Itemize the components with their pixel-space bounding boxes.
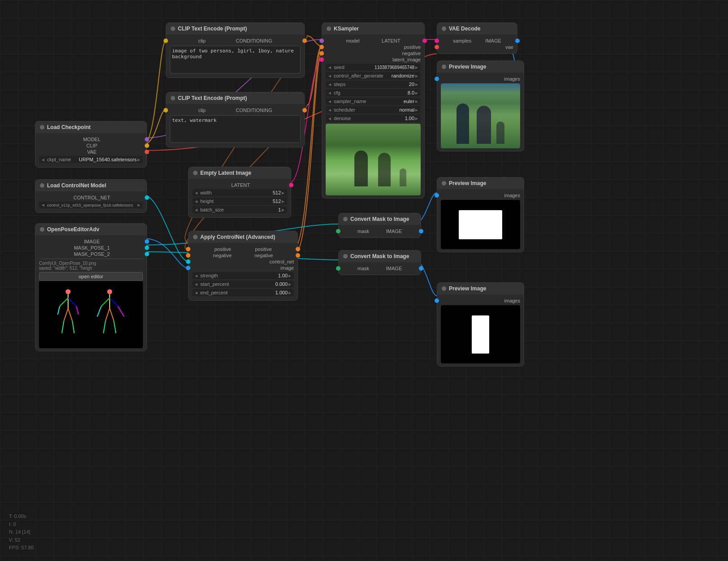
vae-image-out-port[interactable]: [515, 39, 520, 43]
width-field[interactable]: ◄ width 512 ►: [192, 189, 287, 196]
seed-arrow-left[interactable]: ◄: [327, 65, 332, 70]
load-checkpoint-body: MODEL CLIP VAE ◄ ckpt_name URPM_15640.sa…: [35, 133, 146, 167]
preview-2-images-port[interactable]: [435, 193, 439, 198]
cfg-arrow-right[interactable]: ►: [414, 91, 419, 95]
open-editor-button[interactable]: open editor: [39, 272, 143, 281]
preview-1-images-port[interactable]: [435, 77, 439, 81]
ep-label: end_percent: [198, 290, 270, 295]
steps-field[interactable]: ◄ steps 20 ►: [326, 81, 421, 88]
batch-size-field[interactable]: ◄ batch_size 1 ►: [192, 206, 287, 213]
ksampler-latent-in-port[interactable]: [319, 57, 324, 62]
cn-arrow-right[interactable]: ►: [137, 203, 141, 207]
den-arrow-left[interactable]: ◄: [327, 116, 332, 121]
sampler-name-field[interactable]: ◄ sampler_name euler ►: [326, 98, 421, 105]
ep-arrow-left[interactable]: ◄: [194, 290, 198, 295]
ksampler-neg-port[interactable]: [319, 51, 324, 56]
preview-3-images-port[interactable]: [435, 298, 439, 303]
ep-arrow-right[interactable]: ►: [288, 290, 292, 295]
ksampler-pos-port[interactable]: [319, 45, 324, 49]
vae-output-port[interactable]: [145, 150, 149, 154]
bs-arrow-left[interactable]: ◄: [194, 207, 198, 212]
denoise-field[interactable]: ◄ denoise 1.00 ►: [326, 115, 421, 122]
ca-arrow-right[interactable]: ►: [414, 73, 419, 78]
den-arrow-right[interactable]: ►: [414, 116, 419, 121]
ckpt-name-field[interactable]: ◄ ckpt_name URPM_15640.safetensors ►: [39, 156, 143, 163]
openpose-mask2-port[interactable]: [145, 252, 149, 256]
cm1-image-out-port[interactable]: [419, 229, 423, 233]
svg-line-4: [58, 306, 60, 315]
strength-field[interactable]: ◄ strength 1.00 ►: [192, 272, 294, 279]
ckpt-arrow-left[interactable]: ◄: [41, 157, 45, 162]
svg-line-5: [77, 306, 79, 315]
acn-pos-out-port[interactable]: [296, 247, 300, 251]
cm2-image-out-port[interactable]: [419, 266, 423, 271]
openpose-mask1-port[interactable]: [145, 246, 149, 250]
openpose-image-out-port[interactable]: [145, 239, 149, 244]
sch-arrow-right[interactable]: ►: [414, 108, 419, 112]
acn-neg-out-port[interactable]: [296, 253, 300, 258]
cfg-arrow-left[interactable]: ◄: [327, 91, 332, 95]
str-arrow-right[interactable]: ►: [288, 273, 292, 278]
ckpt-arrow-right[interactable]: ►: [137, 157, 141, 162]
conditioning-neg-output-port[interactable]: [302, 108, 307, 112]
sp-arrow-right[interactable]: ►: [288, 282, 292, 287]
width-arrow-left[interactable]: ◄: [194, 190, 198, 195]
control-net-output-port[interactable]: [145, 195, 149, 200]
steps-value: 20: [396, 82, 414, 87]
bs-arrow-right[interactable]: ►: [281, 207, 285, 212]
conditioning-output-port[interactable]: [302, 39, 307, 43]
clip-input-port[interactable]: [164, 39, 168, 43]
str-arrow-left[interactable]: ◄: [194, 273, 198, 278]
sch-arrow-left[interactable]: ◄: [327, 108, 332, 112]
preview-image-2-node: Preview Image images: [437, 177, 524, 252]
vae-vae-port[interactable]: [435, 45, 439, 49]
cfg-field[interactable]: ◄ cfg 8.0 ►: [326, 89, 421, 96]
height-arrow-left[interactable]: ◄: [194, 199, 198, 204]
height-label: height: [198, 199, 263, 204]
control-after-field[interactable]: ◄ control_after_generate randomize ►: [326, 72, 421, 79]
scheduler-field[interactable]: ◄ scheduler normal ►: [326, 106, 421, 113]
sn-arrow-left[interactable]: ◄: [327, 99, 332, 104]
empty-latent-dot: [193, 171, 198, 175]
seed-arrow-right[interactable]: ►: [414, 65, 419, 70]
preview-image-3-node: Preview Image images: [437, 282, 524, 367]
preview-1-images-label: images: [504, 76, 520, 82]
height-field[interactable]: ◄ height 512 ►: [192, 198, 287, 205]
control-net-output-label: CONTROL_NET: [73, 195, 110, 200]
width-arrow-right[interactable]: ►: [281, 190, 285, 195]
cn-arrow-left[interactable]: ◄: [41, 203, 45, 207]
acn-cn-label: control_net: [270, 259, 294, 264]
steps-arrow-right[interactable]: ►: [414, 82, 419, 87]
openpose-dot: [40, 227, 44, 232]
seed-field[interactable]: ◄ seed 1103879689465748 ►: [326, 64, 421, 71]
seed-label: seed: [332, 65, 375, 70]
start-percent-field[interactable]: ◄ start_percent 0.000 ►: [192, 280, 294, 288]
end-percent-field[interactable]: ◄ end_percent 1.000 ►: [192, 289, 294, 296]
ksampler-model-port[interactable]: [319, 39, 324, 43]
sch-label: scheduler: [332, 107, 396, 112]
cm1-mask-port[interactable]: [336, 229, 340, 233]
height-arrow-right[interactable]: ►: [281, 199, 285, 204]
sn-arrow-right[interactable]: ►: [414, 99, 419, 104]
acn-image-port[interactable]: [186, 266, 190, 270]
acn-pos-in-port[interactable]: [186, 247, 190, 251]
acn-neg-in-port[interactable]: [186, 253, 190, 258]
cm2-mask-label: mask: [358, 266, 369, 271]
acn-cn-port[interactable]: [186, 259, 190, 264]
sp-arrow-left[interactable]: ◄: [194, 282, 198, 287]
preview-1-image: [441, 83, 520, 148]
negative-text-input[interactable]: text, watermark: [170, 115, 301, 143]
preview-image-1-node: Preview Image images: [437, 60, 524, 151]
clip-output-port[interactable]: [145, 143, 149, 148]
steps-arrow-left[interactable]: ◄: [327, 82, 332, 87]
latent-out-row: LATENT: [192, 182, 287, 188]
ca-arrow-left[interactable]: ◄: [327, 73, 332, 78]
clip-neg-input-port[interactable]: [164, 108, 168, 112]
positive-text-input[interactable]: image of two persons, 1girl, 1boy, natur…: [170, 46, 301, 73]
model-output-port[interactable]: [145, 137, 149, 142]
vae-samples-port[interactable]: [435, 39, 439, 43]
ksampler-latent-out-port[interactable]: [422, 39, 427, 43]
control-net-name-field[interactable]: ◄ control_v11p_sd15_openpose_fp16.safete…: [39, 202, 143, 208]
cm2-mask-port[interactable]: [336, 266, 340, 271]
latent-out-port[interactable]: [289, 183, 293, 187]
